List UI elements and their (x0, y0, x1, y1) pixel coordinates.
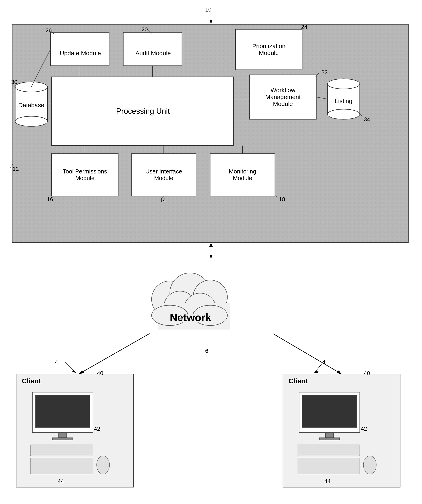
svg-rect-46 (158, 303, 230, 330)
ref-42-left: 42 (94, 426, 100, 432)
svg-rect-25 (52, 154, 118, 196)
ref-44-right: 44 (324, 478, 331, 485)
client-left-label: Client (22, 377, 41, 385)
svg-rect-21 (123, 32, 182, 66)
svg-point-13 (15, 82, 48, 92)
listing-label: Listing (327, 95, 360, 107)
ref-44-left: 44 (58, 478, 64, 485)
ref-24: 24 (301, 24, 307, 30)
svg-rect-22 (235, 29, 302, 70)
ref-20: 20 (142, 26, 148, 33)
svg-line-95 (274, 195, 279, 198)
svg-rect-49 (169, 316, 211, 323)
monitoring-module-label: MonitoringModule (211, 164, 274, 186)
client-right-label: Client (289, 377, 308, 385)
svg-marker-40 (209, 255, 213, 259)
svg-marker-53 (336, 370, 342, 374)
svg-point-16 (327, 109, 360, 119)
svg-rect-73 (325, 433, 333, 438)
svg-line-50 (79, 334, 149, 374)
svg-point-42 (170, 273, 210, 313)
svg-marker-51 (79, 370, 84, 374)
svg-rect-64 (30, 458, 93, 474)
svg-marker-1 (209, 20, 213, 24)
svg-marker-39 (209, 243, 213, 247)
ref-16: 16 (47, 196, 53, 203)
svg-line-98 (314, 362, 323, 373)
svg-line-87 (148, 29, 152, 33)
network-label: Network (170, 311, 211, 324)
svg-point-43 (193, 280, 227, 314)
svg-point-41 (152, 281, 188, 318)
svg-point-14 (327, 79, 360, 89)
svg-rect-57 (35, 395, 90, 428)
ref-4-right: 4 (322, 359, 326, 365)
svg-rect-79 (297, 458, 360, 474)
workflow-module-label: WorkflowManagementModule (250, 84, 316, 110)
svg-rect-26 (131, 154, 196, 196)
update-module-label: Update Module (52, 44, 109, 62)
prioritization-module-label: PrioritizationModule (236, 38, 302, 61)
svg-line-90 (359, 113, 364, 117)
svg-rect-27 (210, 154, 275, 196)
svg-rect-56 (32, 392, 93, 433)
svg-rect-9 (15, 87, 48, 121)
svg-rect-60 (30, 445, 93, 456)
svg-point-10 (15, 116, 48, 126)
svg-rect-54 (16, 374, 133, 487)
tool-permissions-label: Tool PermissionsModule (52, 164, 118, 186)
user-interface-label: User InterfaceModule (132, 164, 196, 186)
ref-4-left: 4 (55, 359, 58, 365)
database-label: Database (15, 99, 48, 111)
ref-34: 34 (364, 116, 370, 123)
audit-module-label: Audit Module (124, 44, 182, 62)
ref-30: 30 (11, 79, 17, 85)
svg-rect-55 (283, 374, 400, 487)
svg-rect-20 (51, 32, 109, 66)
ref-14: 14 (160, 197, 166, 204)
svg-rect-59 (53, 438, 73, 440)
svg-marker-99 (314, 370, 318, 373)
svg-marker-97 (72, 370, 76, 373)
svg-line-32 (316, 97, 327, 99)
svg-point-8 (15, 82, 48, 92)
svg-rect-58 (59, 433, 67, 438)
svg-rect-75 (297, 445, 360, 456)
svg-rect-23 (52, 77, 233, 145)
ref-arrow-4-right (311, 360, 344, 376)
svg-line-96 (65, 362, 76, 373)
svg-rect-72 (302, 395, 357, 428)
svg-rect-7 (12, 24, 408, 243)
ref-22: 22 (321, 69, 328, 76)
svg-point-19 (327, 79, 360, 89)
svg-rect-71 (299, 392, 360, 433)
svg-rect-2 (12, 24, 408, 243)
svg-line-89 (315, 73, 319, 76)
svg-point-69 (97, 456, 110, 474)
svg-point-47 (152, 305, 188, 325)
ref-40-right: 40 (364, 370, 370, 376)
svg-point-45 (184, 293, 216, 325)
ref-12: 12 (12, 166, 19, 172)
svg-rect-24 (250, 75, 316, 119)
svg-point-84 (363, 456, 376, 474)
ref-18: 18 (279, 196, 285, 203)
ref-26: 26 (46, 27, 52, 34)
ref-42-right: 42 (361, 426, 367, 432)
svg-rect-74 (319, 438, 339, 440)
svg-line-52 (273, 334, 342, 374)
svg-line-37 (31, 49, 51, 87)
processing-unit-label: Processing Unit (53, 103, 233, 119)
svg-point-44 (164, 291, 196, 324)
svg-point-48 (193, 305, 227, 325)
diagram-container: 10 26 20 24 22 34 30 12 16 14 18 Update … (0, 0, 422, 504)
svg-rect-15 (327, 84, 360, 114)
ref-10: 10 (205, 6, 211, 13)
ref-40-left: 40 (97, 370, 103, 376)
connector-svg (0, 0, 422, 504)
ref-6: 6 (205, 348, 208, 354)
